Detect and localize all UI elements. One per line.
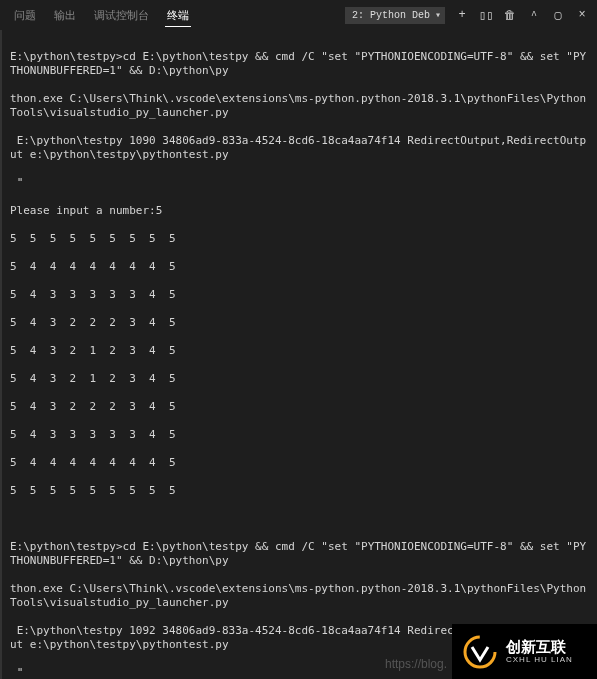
output-row	[10, 414, 589, 428]
panel-tabbar: 问题 输出 调试控制台 终端 2: Python Deb + ▯▯ 🗑 ^ ▢ …	[0, 0, 597, 30]
command-line-1b: thon.exe C:\Users\Think\.vscode\extensio…	[10, 92, 589, 120]
command-line-1d: "	[10, 176, 589, 190]
output-row: 5 4 3 2 2 2 3 4 5	[10, 316, 589, 330]
tab-debug-console[interactable]: 调试控制台	[92, 4, 151, 27]
brand-logo: 创新互联 CXHL HU LIAN	[452, 624, 597, 679]
tab-terminal[interactable]: 终端	[165, 4, 191, 27]
output-row: 5 4 3 2 1 2 3 4 5	[10, 344, 589, 358]
output-row: 5 4 3 3 3 3 3 4 5	[10, 288, 589, 302]
output-row	[10, 442, 589, 456]
output-row: 5 5 5 5 5 5 5 5 5	[10, 232, 589, 246]
output-row: 5 4 4 4 4 4 4 4 5	[10, 456, 589, 470]
plus-icon[interactable]: +	[455, 8, 469, 22]
prompt-1: Please input a number:5	[10, 204, 589, 218]
brand-title: 创新互联	[506, 639, 573, 655]
brand-mark-icon	[460, 632, 500, 672]
output-row: 5 4 3 3 3 3 3 4 5	[10, 428, 589, 442]
output-row	[10, 330, 589, 344]
terminal-picker[interactable]: 2: Python Deb	[345, 7, 445, 24]
command-line-2b: thon.exe C:\Users\Think\.vscode\extensio…	[10, 582, 589, 610]
watermark-text: https://blog.	[385, 657, 447, 671]
terminal-output[interactable]: E:\python\testpy>cd E:\python\testpy && …	[0, 30, 597, 679]
output-row: 5 5 5 5 5 5 5 5 5	[10, 484, 589, 498]
close-panel-icon[interactable]: ×	[575, 8, 589, 22]
maximize-icon[interactable]: ^	[527, 8, 541, 22]
maximize-panel-icon[interactable]: ▢	[551, 8, 565, 22]
command-line-1c: E:\python\testpy 1090 34806ad9-833a-4524…	[10, 134, 589, 162]
output-row: 5 4 3 2 2 2 3 4 5	[10, 400, 589, 414]
tab-problems[interactable]: 问题	[12, 4, 38, 27]
output-row	[10, 302, 589, 316]
brand-subtitle: CXHL HU LIAN	[506, 655, 573, 664]
trash-icon[interactable]: 🗑	[503, 8, 517, 22]
output-row: 5 4 3 2 1 2 3 4 5	[10, 372, 589, 386]
tab-output[interactable]: 输出	[52, 4, 78, 27]
output-row	[10, 246, 589, 260]
split-terminal-icon[interactable]: ▯▯	[479, 8, 493, 22]
output-row	[10, 358, 589, 372]
command-line-2: E:\python\testpy>cd E:\python\testpy && …	[10, 540, 589, 568]
output-row	[10, 274, 589, 288]
output-row: 5 4 4 4 4 4 4 4 5	[10, 260, 589, 274]
output-row	[10, 470, 589, 484]
command-line-1: E:\python\testpy>cd E:\python\testpy && …	[10, 50, 589, 78]
output-row	[10, 386, 589, 400]
